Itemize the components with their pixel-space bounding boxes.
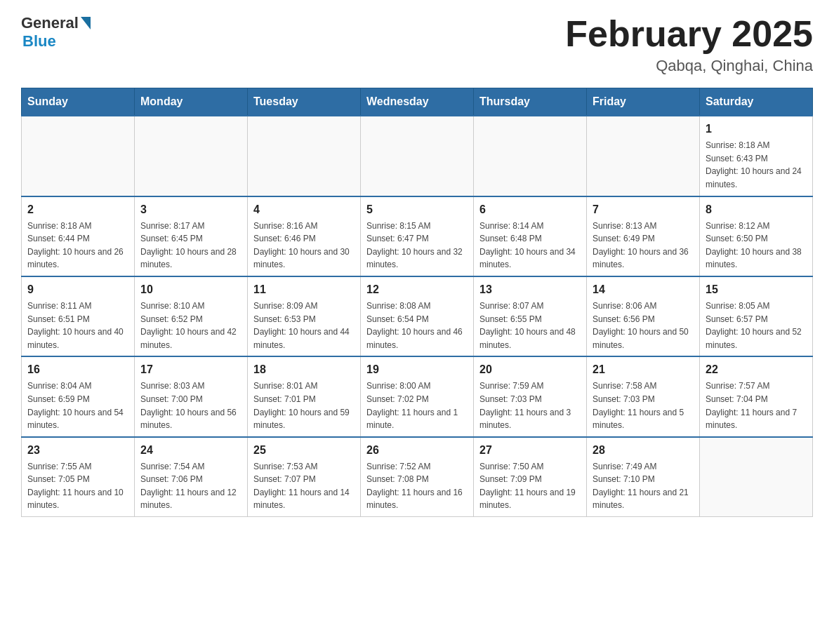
calendar-cell (700, 437, 813, 517)
day-info: Sunrise: 8:12 AM Sunset: 6:50 PM Dayligh… (706, 220, 807, 271)
logo-general-text: General (21, 14, 79, 32)
calendar-cell: 5Sunrise: 8:15 AM Sunset: 6:47 PM Daylig… (361, 196, 474, 276)
day-number: 7 (593, 201, 694, 218)
calendar-cell: 21Sunrise: 7:58 AM Sunset: 7:03 PM Dayli… (587, 356, 700, 436)
day-number: 24 (140, 442, 241, 459)
calendar-cell: 3Sunrise: 8:17 AM Sunset: 6:45 PM Daylig… (135, 196, 248, 276)
calendar-cell: 23Sunrise: 7:55 AM Sunset: 7:05 PM Dayli… (22, 437, 135, 517)
day-of-week-monday: Monday (135, 88, 248, 116)
day-number: 8 (706, 201, 807, 218)
day-info: Sunrise: 8:06 AM Sunset: 6:56 PM Dayligh… (593, 300, 694, 351)
day-number: 19 (366, 361, 468, 378)
day-number: 2 (27, 201, 128, 218)
title-block: February 2025 Qabqa, Qinghai, China (565, 14, 813, 75)
calendar-body: 1Sunrise: 8:18 AM Sunset: 6:43 PM Daylig… (22, 116, 813, 516)
day-info: Sunrise: 8:15 AM Sunset: 6:47 PM Dayligh… (366, 220, 468, 271)
day-number: 10 (140, 281, 241, 298)
calendar-cell: 4Sunrise: 8:16 AM Sunset: 6:46 PM Daylig… (248, 196, 361, 276)
day-info: Sunrise: 8:00 AM Sunset: 7:02 PM Dayligh… (366, 380, 468, 431)
week-row-3: 9Sunrise: 8:11 AM Sunset: 6:51 PM Daylig… (22, 276, 813, 356)
day-number: 26 (366, 442, 468, 459)
calendar-cell: 19Sunrise: 8:00 AM Sunset: 7:02 PM Dayli… (361, 356, 474, 436)
day-number: 25 (253, 442, 355, 459)
day-info: Sunrise: 8:07 AM Sunset: 6:55 PM Dayligh… (479, 300, 581, 351)
calendar-cell (248, 116, 361, 196)
day-info: Sunrise: 7:59 AM Sunset: 7:03 PM Dayligh… (479, 380, 581, 431)
calendar-cell: 28Sunrise: 7:49 AM Sunset: 7:10 PM Dayli… (587, 437, 700, 517)
day-info: Sunrise: 8:16 AM Sunset: 6:46 PM Dayligh… (253, 220, 355, 271)
days-of-week-row: SundayMondayTuesdayWednesdayThursdayFrid… (22, 88, 813, 116)
calendar-header: SundayMondayTuesdayWednesdayThursdayFrid… (22, 88, 813, 116)
day-info: Sunrise: 7:58 AM Sunset: 7:03 PM Dayligh… (593, 380, 694, 431)
calendar-cell: 2Sunrise: 8:18 AM Sunset: 6:44 PM Daylig… (22, 196, 135, 276)
day-number: 4 (253, 201, 355, 218)
day-number: 28 (593, 442, 694, 459)
day-number: 16 (27, 361, 128, 378)
day-number: 9 (27, 281, 128, 298)
calendar-cell: 14Sunrise: 8:06 AM Sunset: 6:56 PM Dayli… (587, 276, 700, 356)
calendar-cell: 8Sunrise: 8:12 AM Sunset: 6:50 PM Daylig… (700, 196, 813, 276)
day-of-week-wednesday: Wednesday (361, 88, 474, 116)
day-of-week-tuesday: Tuesday (248, 88, 361, 116)
day-info: Sunrise: 8:05 AM Sunset: 6:57 PM Dayligh… (706, 300, 807, 351)
calendar-cell: 27Sunrise: 7:50 AM Sunset: 7:09 PM Dayli… (474, 437, 587, 517)
week-row-1: 1Sunrise: 8:18 AM Sunset: 6:43 PM Daylig… (22, 116, 813, 196)
day-info: Sunrise: 7:54 AM Sunset: 7:06 PM Dayligh… (140, 460, 241, 512)
day-number: 22 (706, 361, 807, 378)
day-info: Sunrise: 8:04 AM Sunset: 6:59 PM Dayligh… (27, 380, 128, 431)
calendar-cell: 24Sunrise: 7:54 AM Sunset: 7:06 PM Dayli… (135, 437, 248, 517)
calendar-cell: 22Sunrise: 7:57 AM Sunset: 7:04 PM Dayli… (700, 356, 813, 436)
calendar-table: SundayMondayTuesdayWednesdayThursdayFrid… (21, 88, 813, 517)
day-info: Sunrise: 8:08 AM Sunset: 6:54 PM Dayligh… (366, 300, 468, 351)
day-info: Sunrise: 7:49 AM Sunset: 7:10 PM Dayligh… (593, 460, 694, 512)
day-number: 20 (479, 361, 581, 378)
day-number: 6 (479, 201, 581, 218)
logo-blue-text: Blue (22, 32, 56, 51)
calendar-cell: 17Sunrise: 8:03 AM Sunset: 7:00 PM Dayli… (135, 356, 248, 436)
day-of-week-sunday: Sunday (22, 88, 135, 116)
day-number: 27 (479, 442, 581, 459)
day-number: 13 (479, 281, 581, 298)
calendar-cell: 26Sunrise: 7:52 AM Sunset: 7:08 PM Dayli… (361, 437, 474, 517)
calendar-cell: 12Sunrise: 8:08 AM Sunset: 6:54 PM Dayli… (361, 276, 474, 356)
day-info: Sunrise: 8:13 AM Sunset: 6:49 PM Dayligh… (593, 220, 694, 271)
calendar-cell: 6Sunrise: 8:14 AM Sunset: 6:48 PM Daylig… (474, 196, 587, 276)
calendar-cell: 9Sunrise: 8:11 AM Sunset: 6:51 PM Daylig… (22, 276, 135, 356)
day-info: Sunrise: 7:50 AM Sunset: 7:09 PM Dayligh… (479, 460, 581, 512)
logo: General Blue (21, 14, 91, 51)
day-info: Sunrise: 8:18 AM Sunset: 6:44 PM Dayligh… (27, 220, 128, 271)
calendar-location: Qabqa, Qinghai, China (565, 57, 813, 75)
calendar-cell: 18Sunrise: 8:01 AM Sunset: 7:01 PM Dayli… (248, 356, 361, 436)
day-number: 21 (593, 361, 694, 378)
day-info: Sunrise: 8:18 AM Sunset: 6:43 PM Dayligh… (706, 139, 807, 191)
calendar-title: February 2025 (565, 14, 813, 54)
day-info: Sunrise: 7:53 AM Sunset: 7:07 PM Dayligh… (253, 460, 355, 512)
day-info: Sunrise: 8:03 AM Sunset: 7:00 PM Dayligh… (140, 380, 241, 431)
day-number: 15 (706, 281, 807, 298)
calendar-cell: 11Sunrise: 8:09 AM Sunset: 6:53 PM Dayli… (248, 276, 361, 356)
day-of-week-friday: Friday (587, 88, 700, 116)
calendar-cell: 10Sunrise: 8:10 AM Sunset: 6:52 PM Dayli… (135, 276, 248, 356)
day-number: 11 (253, 281, 355, 298)
calendar-cell: 1Sunrise: 8:18 AM Sunset: 6:43 PM Daylig… (700, 116, 813, 196)
day-info: Sunrise: 8:11 AM Sunset: 6:51 PM Dayligh… (27, 300, 128, 351)
day-number: 14 (593, 281, 694, 298)
day-info: Sunrise: 8:09 AM Sunset: 6:53 PM Dayligh… (253, 300, 355, 351)
day-info: Sunrise: 8:17 AM Sunset: 6:45 PM Dayligh… (140, 220, 241, 271)
day-info: Sunrise: 7:55 AM Sunset: 7:05 PM Dayligh… (27, 460, 128, 512)
day-number: 3 (140, 201, 241, 218)
week-row-4: 16Sunrise: 8:04 AM Sunset: 6:59 PM Dayli… (22, 356, 813, 436)
day-info: Sunrise: 8:14 AM Sunset: 6:48 PM Dayligh… (479, 220, 581, 271)
calendar-cell (22, 116, 135, 196)
calendar-cell (587, 116, 700, 196)
logo-arrow-icon (81, 17, 91, 29)
calendar-cell: 25Sunrise: 7:53 AM Sunset: 7:07 PM Dayli… (248, 437, 361, 517)
day-number: 5 (366, 201, 468, 218)
calendar-cell (135, 116, 248, 196)
day-of-week-saturday: Saturday (700, 88, 813, 116)
day-number: 12 (366, 281, 468, 298)
week-row-5: 23Sunrise: 7:55 AM Sunset: 7:05 PM Dayli… (22, 437, 813, 517)
day-number: 17 (140, 361, 241, 378)
day-info: Sunrise: 8:01 AM Sunset: 7:01 PM Dayligh… (253, 380, 355, 431)
week-row-2: 2Sunrise: 8:18 AM Sunset: 6:44 PM Daylig… (22, 196, 813, 276)
